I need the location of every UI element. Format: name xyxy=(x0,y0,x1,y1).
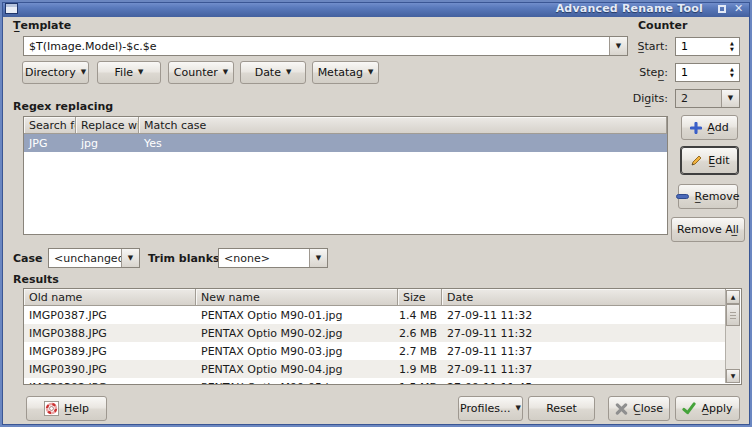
results-scrollbar[interactable]: ▲ ▼ xyxy=(725,290,740,383)
close-window-icon: ✕ xyxy=(734,3,743,14)
maximize-icon xyxy=(718,5,726,13)
template-label: T̲emplate xyxy=(13,19,71,32)
help-button[interactable]: H̲elp xyxy=(26,396,107,421)
digits-dropdown-button[interactable]: ▼ xyxy=(721,90,739,107)
chevron-down-icon: ▼ xyxy=(368,69,373,76)
regex-section-label: Regex replacing xyxy=(13,100,113,113)
case-value: <unchanged> xyxy=(49,249,121,267)
checkmark-icon xyxy=(682,402,696,415)
spin-down-icon[interactable]: ▼ xyxy=(730,73,734,78)
remove-all-button-label: Remove Al̲l xyxy=(677,223,739,236)
token-metatag-button[interactable]: Metatag ▼ xyxy=(312,61,379,84)
remove-button[interactable]: R̲emove xyxy=(678,184,738,209)
step-label: Step̲: xyxy=(620,66,668,79)
token-date-label: Date xyxy=(255,66,281,79)
case-combobox[interactable]: <unchanged> ▼ xyxy=(48,248,140,268)
step-spinbox[interactable]: ▲ ▼ xyxy=(675,63,740,82)
template-input[interactable] xyxy=(24,37,609,55)
digits-value: 2 xyxy=(676,90,721,107)
token-file-button[interactable]: File ▼ xyxy=(97,61,161,84)
titlebar[interactable]: Advanced Rename Tool ✕ xyxy=(0,0,752,17)
start-label: S̲tart: xyxy=(620,40,668,53)
minus-icon xyxy=(676,193,689,200)
cell-old-name: IMGP0388.JPG xyxy=(24,324,196,342)
scrollbar-up-button[interactable]: ▲ xyxy=(726,290,740,304)
token-date-button[interactable]: Date ▼ xyxy=(240,61,306,84)
maximize-button[interactable] xyxy=(713,2,730,16)
cell-new-name: PENTAX Optio M90-02.jpg xyxy=(196,324,398,342)
token-file-label: File xyxy=(115,66,133,79)
results-col-size[interactable]: Size xyxy=(398,289,442,306)
results-row[interactable]: IMGP0392.JPG PENTAX Optio M90-05.jpg 1.5… xyxy=(24,378,726,384)
cell-new-name: PENTAX Optio M90-03.jpg xyxy=(196,342,398,360)
reset-button-label: Reset xyxy=(546,402,577,415)
remove-button-label: R̲emove xyxy=(694,190,739,203)
apply-button[interactable]: A̲pply xyxy=(675,396,740,421)
regex-col-replace-with[interactable]: Replace with xyxy=(76,117,139,134)
token-counter-button[interactable]: Counter ▼ xyxy=(168,61,234,84)
results-row[interactable]: IMGP0389.JPG PENTAX Optio M90-03.jpg 2.7… xyxy=(24,342,726,360)
trim-blanks-combobox[interactable]: <none> ▼ xyxy=(218,248,328,268)
edit-button-label: E̲dit xyxy=(708,154,729,167)
add-button[interactable]: A̲dd xyxy=(681,115,738,140)
regex-table-row[interactable]: JPG jpg Yes xyxy=(24,134,667,152)
cell-size: 2.6 MB xyxy=(398,324,442,342)
token-directory-button[interactable]: Directory ▼ xyxy=(22,61,89,84)
apply-button-label: A̲pply xyxy=(701,402,732,415)
results-section-label: Results xyxy=(13,273,59,286)
results-table: Old name New name Size Date IMGP0387.JPG… xyxy=(23,288,742,385)
case-dropdown-button[interactable]: ▼ xyxy=(121,249,139,267)
results-col-old-name[interactable]: Old name xyxy=(24,289,196,306)
close-button[interactable]: C̲lose xyxy=(608,396,670,421)
start-spinbox[interactable]: ▲ ▼ xyxy=(675,37,740,56)
results-row[interactable]: IMGP0390.JPG PENTAX Optio M90-04.jpg 1.9… xyxy=(24,360,726,378)
template-combobox[interactable]: ▼ xyxy=(23,36,628,56)
cell-date: 27-09-11 11:32 xyxy=(442,306,726,324)
start-spinbox-input[interactable] xyxy=(676,38,725,55)
regex-col-match-case[interactable]: Match case xyxy=(139,117,667,134)
scrollbar-thumb[interactable] xyxy=(726,304,740,326)
cell-old-name: IMGP0387.JPG xyxy=(24,306,196,324)
regex-col-search-for[interactable]: Search for xyxy=(24,117,76,134)
scroll-down-icon: ▼ xyxy=(731,373,736,379)
regex-table: Search for Replace with Match case JPG j… xyxy=(23,116,668,235)
cell-size: 2.7 MB xyxy=(398,342,442,360)
cell-new-name: PENTAX Optio M90-05.jpg xyxy=(196,378,398,384)
chevron-down-icon: ▼ xyxy=(728,95,733,102)
regex-cell-replace: jpg xyxy=(76,134,139,152)
regex-cell-search: JPG xyxy=(24,134,76,152)
results-row[interactable]: IMGP0387.JPG PENTAX Optio M90-01.jpg 1.4… xyxy=(24,306,726,324)
chevron-down-icon: ▼ xyxy=(516,405,521,412)
cell-old-name: IMGP0390.JPG xyxy=(24,360,196,378)
window-menu-icon[interactable] xyxy=(5,3,18,14)
edit-button[interactable]: E̲dit xyxy=(681,147,738,174)
trim-blanks-dropdown-button[interactable]: ▼ xyxy=(309,249,327,267)
token-counter-label: Counter xyxy=(174,66,218,79)
digits-combobox[interactable]: 2 ▼ xyxy=(675,89,740,108)
cell-date: 27-09-11 11:37 xyxy=(442,342,726,360)
add-button-label: A̲dd xyxy=(707,121,729,134)
chevron-down-icon: ▼ xyxy=(286,69,291,76)
cell-old-name: IMGP0392.JPG xyxy=(24,378,196,384)
cell-size: 1.9 MB xyxy=(398,360,442,378)
close-window-button[interactable]: ✕ xyxy=(730,2,747,16)
results-col-date[interactable]: Date xyxy=(442,289,726,306)
remove-all-button[interactable]: Remove Al̲l xyxy=(671,217,745,242)
trim-blanks-value: <none> xyxy=(219,249,309,267)
chevron-down-icon: ▼ xyxy=(138,69,143,76)
results-col-new-name[interactable]: New name xyxy=(196,289,398,306)
case-label: Case xyxy=(13,252,43,265)
token-metatag-label: Metatag xyxy=(318,66,363,79)
spin-down-icon[interactable]: ▼ xyxy=(730,47,734,52)
trim-blanks-label: Trim blanks xyxy=(148,252,220,265)
cell-new-name: PENTAX Optio M90-01.jpg xyxy=(196,306,398,324)
cell-date: 27-09-11 11:45 xyxy=(442,378,726,384)
step-spinbox-input[interactable] xyxy=(676,64,725,81)
chevron-down-icon: ▼ xyxy=(128,255,133,262)
profiles-button[interactable]: Profiles... ▼ xyxy=(458,396,523,421)
scrollbar-down-button[interactable]: ▼ xyxy=(726,369,740,383)
chevron-down-icon: ▼ xyxy=(316,255,321,262)
results-row[interactable]: IMGP0388.JPG PENTAX Optio M90-02.jpg 2.6… xyxy=(24,324,726,342)
reset-button[interactable]: Reset xyxy=(528,396,595,421)
cell-old-name: IMGP0389.JPG xyxy=(24,342,196,360)
